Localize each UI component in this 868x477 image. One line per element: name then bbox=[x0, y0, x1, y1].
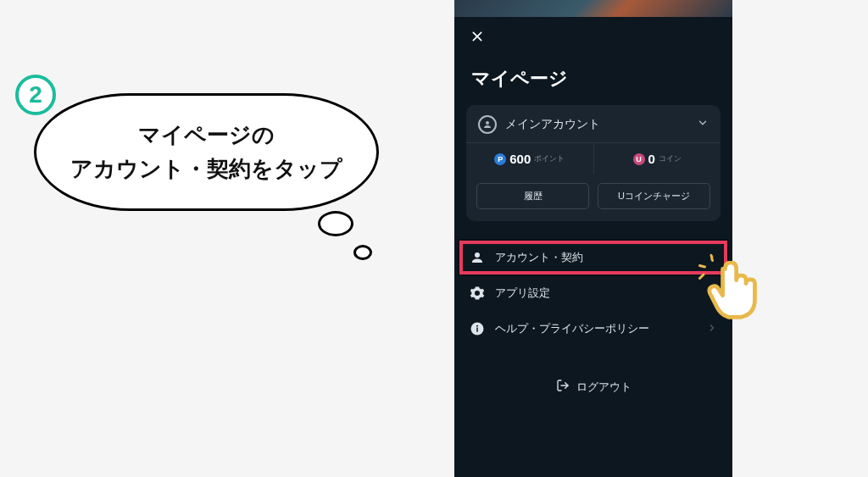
coins-amount: 0 bbox=[648, 152, 655, 166]
menu-label: アカウント・契約 bbox=[495, 250, 583, 265]
logout-icon bbox=[556, 379, 570, 395]
charge-button[interactable]: Uコインチャージ bbox=[598, 183, 710, 209]
points-unit: ポイント bbox=[534, 153, 565, 164]
svg-line-3 bbox=[700, 275, 704, 279]
balance-row: P 600 ポイント U 0 コイン bbox=[466, 142, 721, 175]
step-number: 2 bbox=[29, 81, 42, 108]
menu-label: ヘルプ・プライバシーポリシー bbox=[495, 321, 649, 336]
hand-icon bbox=[705, 261, 758, 322]
bubble-tail-1 bbox=[318, 211, 353, 236]
close-icon bbox=[470, 30, 484, 43]
bubble-tail-2 bbox=[353, 245, 372, 260]
gear-icon bbox=[470, 286, 485, 301]
svg-line-5 bbox=[711, 256, 713, 261]
chevron-right-icon bbox=[707, 323, 717, 336]
svg-line-4 bbox=[700, 266, 705, 268]
menu-item-help-privacy[interactable]: ヘルプ・プライバシーポリシー bbox=[454, 311, 732, 347]
bubble-line-2: アカウント・契約をタップ bbox=[70, 152, 342, 186]
svg-point-2 bbox=[476, 325, 478, 327]
points-balance: P 600 ポイント bbox=[466, 143, 593, 175]
person-icon bbox=[470, 250, 485, 265]
menu-item-app-settings[interactable]: アプリ設定 bbox=[454, 275, 732, 311]
coins-badge-icon: U bbox=[633, 153, 645, 165]
logout-label: ログアウト bbox=[576, 380, 632, 395]
svg-rect-1 bbox=[476, 328, 478, 332]
chevron-down-icon bbox=[697, 117, 709, 132]
info-icon bbox=[470, 321, 485, 336]
phone-screen: マイページ メインアカウント P 600 ポイント U 0 コイン 履 bbox=[454, 0, 732, 477]
menu-item-account-contract[interactable]: アカウント・契約 bbox=[454, 240, 732, 275]
menu-list: アカウント・契約 アプリ設定 ヘルプ・プライバシーポリシー bbox=[454, 240, 732, 347]
instruction-bubble: マイページの アカウント・契約をタップ bbox=[34, 93, 379, 211]
hero-banner bbox=[454, 0, 732, 17]
points-badge-icon: P bbox=[494, 153, 506, 165]
account-name: メインアカウント bbox=[505, 117, 697, 132]
close-button[interactable] bbox=[466, 25, 488, 47]
button-row: 履歴 Uコインチャージ bbox=[466, 175, 721, 221]
avatar-icon bbox=[478, 115, 497, 134]
bubble-line-1: マイページの bbox=[70, 118, 342, 152]
coins-unit: コイン bbox=[659, 153, 682, 164]
account-card: メインアカウント P 600 ポイント U 0 コイン 履歴 Uコインチャージ bbox=[466, 105, 721, 221]
page-title: マイページ bbox=[454, 47, 732, 105]
account-selector[interactable]: メインアカウント bbox=[466, 105, 721, 142]
logout-button[interactable]: ログアウト bbox=[454, 369, 732, 405]
bubble-body: マイページの アカウント・契約をタップ bbox=[34, 93, 379, 211]
step-badge: 2 bbox=[15, 75, 56, 115]
points-amount: 600 bbox=[509, 152, 531, 166]
coins-balance: U 0 コイン bbox=[593, 143, 721, 175]
menu-label: アプリ設定 bbox=[495, 286, 550, 301]
history-button[interactable]: 履歴 bbox=[476, 183, 589, 209]
pointer-cursor bbox=[705, 261, 758, 322]
